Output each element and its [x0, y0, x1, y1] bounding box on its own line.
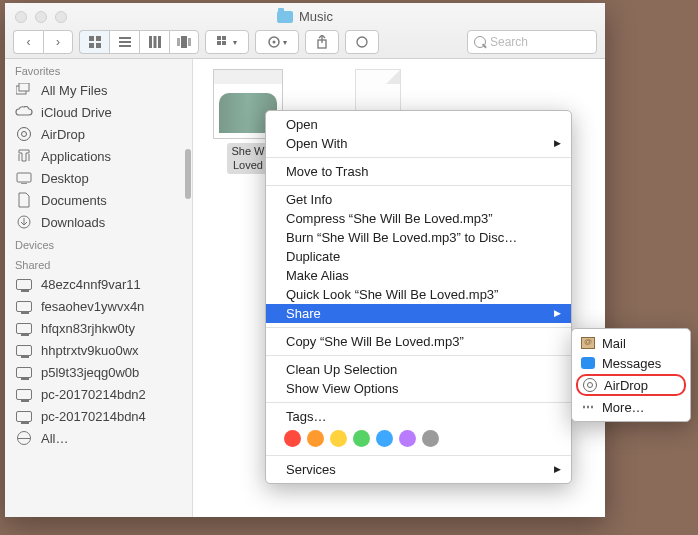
mail-icon — [580, 335, 596, 351]
arrange-dropdown[interactable]: ▾ — [205, 30, 249, 54]
tag-gray[interactable] — [422, 430, 439, 447]
menu-compress[interactable]: Compress “She Will Be Loved.mp3” — [266, 209, 571, 228]
sidebar-all-my-files[interactable]: All My Files — [5, 79, 192, 101]
menu-get-info[interactable]: Get Info — [266, 190, 571, 209]
menu-duplicate[interactable]: Duplicate — [266, 247, 571, 266]
columns-icon — [149, 36, 161, 48]
menu-burn[interactable]: Burn “She Will Be Loved.mp3” to Disc… — [266, 228, 571, 247]
airdrop-icon — [15, 126, 33, 142]
back-button[interactable]: ‹ — [13, 30, 43, 54]
minimize-window[interactable] — [35, 11, 47, 23]
menu-tags[interactable]: Tags… — [266, 407, 571, 426]
action-dropdown[interactable]: ▾ — [255, 30, 299, 54]
sidebar-airdrop[interactable]: AirDrop — [5, 123, 192, 145]
context-menu: Open Open With Move to Trash Get Info Co… — [265, 110, 572, 484]
messages-icon — [580, 355, 596, 371]
sidebar-desktop[interactable]: Desktop — [5, 167, 192, 189]
menu-quick-look[interactable]: Quick Look “She Will Be Loved.mp3” — [266, 285, 571, 304]
svg-rect-13 — [217, 36, 221, 40]
menu-services[interactable]: Services — [266, 460, 571, 479]
airdrop-icon — [582, 377, 598, 393]
desktop-icon — [15, 170, 33, 186]
titlebar: Music ‹ › — [5, 3, 605, 59]
arrange-icon — [217, 36, 231, 48]
svg-rect-24 — [17, 173, 31, 182]
computer-icon — [15, 408, 33, 424]
toolbar: ‹ › ▾ — [13, 30, 597, 54]
cloud-icon — [15, 104, 33, 120]
column-view[interactable] — [139, 30, 169, 54]
tag-color-row — [266, 426, 571, 451]
zoom-window[interactable] — [55, 11, 67, 23]
svg-rect-5 — [119, 41, 131, 43]
list-view[interactable] — [109, 30, 139, 54]
tag-yellow[interactable] — [330, 430, 347, 447]
sidebar-shared-item[interactable]: fesaohev1ywvx4n — [5, 295, 192, 317]
sidebar-shared-item[interactable]: hfqxn83rjhkw0ty — [5, 317, 192, 339]
svg-rect-1 — [96, 36, 101, 41]
menu-trash[interactable]: Move to Trash — [266, 162, 571, 181]
icon-view[interactable] — [79, 30, 109, 54]
svg-rect-15 — [217, 41, 221, 45]
sidebar: Favorites All My Files iCloud Drive AirD… — [5, 59, 193, 517]
sidebar-shared-item[interactable]: pc-20170214bdn4 — [5, 405, 192, 427]
svg-rect-2 — [89, 43, 94, 48]
menu-separator — [266, 455, 571, 456]
sidebar-applications[interactable]: Applications — [5, 145, 192, 167]
menu-view-options[interactable]: Show View Options — [266, 379, 571, 398]
search-placeholder: Search — [490, 35, 528, 49]
sidebar-shared-item[interactable]: pc-20170214bdn2 — [5, 383, 192, 405]
share-messages[interactable]: Messages — [572, 353, 690, 373]
sidebar-all[interactable]: All… — [5, 427, 192, 449]
svg-rect-23 — [19, 83, 29, 91]
window-controls — [15, 11, 67, 23]
tag-blue[interactable] — [376, 430, 393, 447]
svg-rect-9 — [158, 36, 161, 48]
window-title-text: Music — [299, 9, 333, 24]
search-input[interactable]: Search — [467, 30, 597, 54]
tag-purple[interactable] — [399, 430, 416, 447]
sidebar-icloud[interactable]: iCloud Drive — [5, 101, 192, 123]
svg-point-18 — [273, 41, 276, 44]
menu-share[interactable]: Share — [266, 304, 571, 323]
view-mode-buttons — [79, 30, 199, 54]
forward-button[interactable]: › — [43, 30, 73, 54]
svg-rect-10 — [177, 38, 180, 46]
coverflow-view[interactable] — [169, 30, 199, 54]
svg-rect-8 — [153, 36, 156, 48]
computer-icon — [15, 364, 33, 380]
share-more[interactable]: ⋯More… — [572, 397, 690, 417]
sidebar-downloads[interactable]: Downloads — [5, 211, 192, 233]
favorites-header: Favorites — [5, 59, 192, 79]
tag-green[interactable] — [353, 430, 370, 447]
sidebar-shared-item[interactable]: hhptrxtv9kuo0wx — [5, 339, 192, 361]
tag-orange[interactable] — [307, 430, 324, 447]
sidebar-shared-item[interactable]: p5l9t33jeqg0w0b — [5, 361, 192, 383]
computer-icon — [15, 298, 33, 314]
sidebar-documents[interactable]: Documents — [5, 189, 192, 211]
computer-icon — [15, 320, 33, 336]
tags-button[interactable] — [345, 30, 379, 54]
menu-make-alias[interactable]: Make Alias — [266, 266, 571, 285]
close-window[interactable] — [15, 11, 27, 23]
sidebar-scrollbar[interactable] — [185, 149, 191, 199]
menu-open[interactable]: Open — [266, 115, 571, 134]
menu-clean-up[interactable]: Clean Up Selection — [266, 360, 571, 379]
svg-rect-3 — [96, 43, 101, 48]
list-icon — [119, 36, 131, 48]
menu-copy[interactable]: Copy “She Will Be Loved.mp3” — [266, 332, 571, 351]
tag-red[interactable] — [284, 430, 301, 447]
share-mail[interactable]: Mail — [572, 333, 690, 353]
nav-buttons: ‹ › — [13, 30, 73, 54]
svg-rect-4 — [119, 37, 131, 39]
sidebar-shared-item[interactable]: 48ezc4nnf9var11 — [5, 273, 192, 295]
all-files-icon — [15, 82, 33, 98]
share-button[interactable] — [305, 30, 339, 54]
svg-rect-0 — [89, 36, 94, 41]
share-airdrop[interactable]: AirDrop — [576, 374, 686, 396]
menu-open-with[interactable]: Open With — [266, 134, 571, 153]
applications-icon — [15, 148, 33, 164]
menu-separator — [266, 402, 571, 403]
file-label: She W Loved — [227, 143, 268, 174]
svg-rect-6 — [119, 45, 131, 47]
